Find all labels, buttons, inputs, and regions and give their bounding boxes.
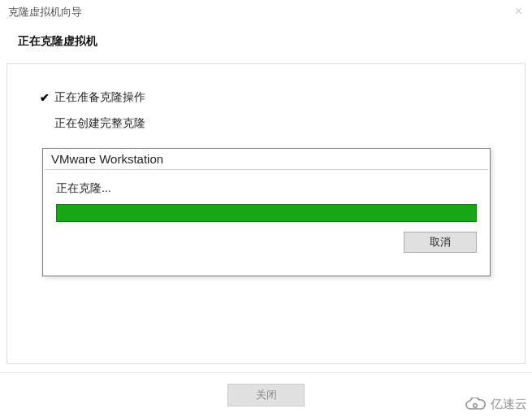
dialog-footer: 取消 (43, 222, 490, 253)
checkmark-icon: ✔ (40, 91, 54, 104)
cloud-icon (465, 397, 487, 412)
cancel-button[interactable]: 取消 (404, 232, 477, 253)
wizard-window: 克隆虚拟机向导 × 正在克隆虚拟机 ✔ 正在准备克隆操作 正在创建完整克隆 关闭… (0, 0, 532, 417)
dialog-body: 正在克隆... (43, 170, 490, 222)
step-prepare: ✔ 正在准备克隆操作 (40, 90, 492, 105)
step-label: 正在准备克隆操作 (54, 90, 145, 105)
titlebar: 克隆虚拟机向导 × (0, 0, 532, 24)
dialog-title: VMware Workstation (43, 149, 490, 167)
wizard-footer: 关闭 (0, 372, 532, 417)
step-label: 正在创建完整克隆 (54, 116, 145, 131)
watermark-text: 亿速云 (491, 397, 527, 412)
progress-dialog: VMware Workstation 正在克隆... 取消 (42, 148, 491, 276)
window-title: 克隆虚拟机向导 (8, 5, 82, 20)
progress-bar (56, 204, 477, 222)
page-heading: 正在克隆虚拟机 (0, 24, 532, 63)
status-text: 正在克隆... (56, 181, 477, 196)
close-button: 关闭 (227, 384, 305, 406)
watermark: 亿速云 (465, 397, 527, 412)
step-create-full: 正在创建完整克隆 (40, 116, 492, 131)
svg-point-0 (474, 403, 477, 406)
close-icon[interactable]: × (515, 5, 522, 18)
